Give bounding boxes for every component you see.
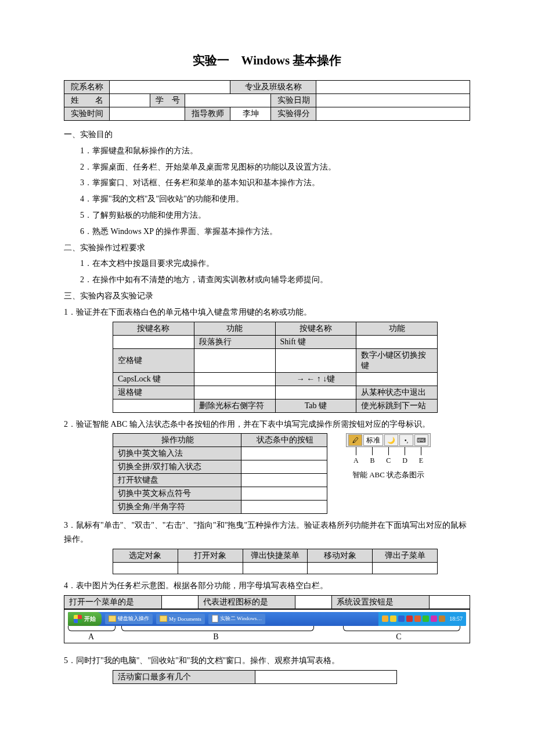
ime-moon-icon: 🌙 xyxy=(384,434,398,446)
abc-hdr: 操作功能 xyxy=(113,434,241,447)
abc-cell[interactable] xyxy=(241,460,327,474)
mouse-cell[interactable] xyxy=(113,562,178,574)
mouse-cell[interactable] xyxy=(373,562,438,574)
abc-cell[interactable] xyxy=(241,474,327,487)
mouse-cell[interactable] xyxy=(308,562,373,574)
kb-cell[interactable] xyxy=(194,348,275,372)
kb-cell: 使光标跳到下一站 xyxy=(356,399,438,412)
s1-item: 6．熟悉 Windows XP 的操作界面、掌握基本操作方法。 xyxy=(64,225,470,239)
page-title: 实验一 Windows 基本操作 xyxy=(64,52,470,69)
s1-item: 1．掌握键盘和鼠标操作的方法。 xyxy=(64,144,470,158)
s1-item: 5．了解剪贴板的功能和使用方法。 xyxy=(64,208,470,222)
kb-cell[interactable] xyxy=(113,399,194,412)
kb-cell[interactable] xyxy=(275,348,356,372)
mouse-hdr: 移动对象 xyxy=(308,549,373,562)
section-3-heading: 三、实验内容及实验记录 xyxy=(64,289,470,303)
section-2-heading: 二、实验操作过程要求 xyxy=(64,241,470,255)
kb-cell[interactable] xyxy=(275,386,356,399)
q5-label: 活动窗口最多有几个 xyxy=(113,670,255,683)
kb-hdr: 功能 xyxy=(356,322,438,335)
taskbar-item: 键盘输入操作 xyxy=(105,614,153,624)
q3-text: 3．鼠标有"单击"、"双击"、"右击"、"指向"和"拖曳"五种操作方法。验证表格… xyxy=(64,519,470,546)
abc-cell[interactable] xyxy=(241,487,327,501)
tick-a: A xyxy=(353,456,359,465)
kb-cell: 从某种状态中退出 xyxy=(356,386,438,399)
document-page: 实验一 Windows 基本操作 院系名称 专业及班级名称 姓 名 学 号 实验… xyxy=(0,0,534,756)
label-teacher: 指导教师 xyxy=(185,107,230,121)
q4-label: 代表进程图标的是 xyxy=(198,595,295,609)
field-date[interactable] xyxy=(316,94,470,107)
abc-cell: 打开软键盘 xyxy=(113,474,241,487)
mouse-hdr: 选定对象 xyxy=(113,549,178,562)
abc-hdr: 状态条中的按钮 xyxy=(241,434,327,447)
kb-cell[interactable] xyxy=(356,372,438,386)
taskbar-container: 开始 键盘输入操作 My Documents 实验二 Windows… 18:5… xyxy=(64,609,470,643)
kb-cell: 空格键 xyxy=(113,348,194,372)
q1-text: 1．验证并在下面表格白色的单元格中填入键盘常用键的名称或功能。 xyxy=(64,305,470,319)
q5-table: 活动窗口最多有几个 xyxy=(113,670,397,684)
taskbar-item: 实验二 Windows… xyxy=(208,614,265,624)
system-tray: 18:57 xyxy=(378,612,466,626)
kb-cell[interactable] xyxy=(194,372,275,386)
kb-cell: 退格键 xyxy=(113,386,194,399)
tray-icon xyxy=(398,615,405,622)
folder-icon xyxy=(109,615,116,622)
kb-cell: → ← ↑ ↓键 xyxy=(275,372,356,386)
abc-cell: 切换中英文标点符号 xyxy=(113,487,241,501)
q5-text: 5．同时打"我的电脑"、"回收站"和"我的文档"窗口。操作、观察并填写表格。 xyxy=(64,654,470,668)
label-time: 实验时间 xyxy=(64,107,110,121)
q4-cell[interactable] xyxy=(430,595,470,609)
keyboard-table: 按键名称 功能 按键名称 功能 段落换行Shift 键 空格键数字小键区切换按键… xyxy=(113,322,438,413)
abc-caption: 智能 ABC 状态条图示 xyxy=(339,470,438,480)
field-dept[interactable] xyxy=(110,81,230,94)
abc-cell[interactable] xyxy=(241,447,327,460)
kb-cell: Tab 键 xyxy=(275,399,356,412)
kb-cell[interactable] xyxy=(356,335,438,348)
mouse-cell[interactable] xyxy=(243,562,308,574)
taskbar-image: 开始 键盘输入操作 My Documents 实验二 Windows… 18:5… xyxy=(68,612,466,626)
taskbar-item: My Documents xyxy=(156,614,205,624)
label-b: B xyxy=(120,632,312,642)
s1-item: 3．掌握窗口、对话框、任务栏和菜单的基本知识和基本操作方法。 xyxy=(64,176,470,190)
field-class[interactable] xyxy=(316,81,470,94)
ime-punct-icon: •, xyxy=(399,434,413,446)
kb-hdr: 按键名称 xyxy=(113,322,194,335)
abc-figure: 🖊 标准 🌙 •, ⌨ A B C D E 智能 ABC 状态条图示 xyxy=(339,433,438,480)
q5-cell[interactable] xyxy=(255,670,397,683)
kb-hdr: 功能 xyxy=(194,322,275,335)
q4-cell[interactable] xyxy=(295,595,332,609)
abc-cell[interactable] xyxy=(241,501,327,514)
s1-item: 4．掌握"我的文档"及"回收站"的功能和使用。 xyxy=(64,192,470,206)
label-dept: 院系名称 xyxy=(64,81,110,94)
q4-table: 打开一个菜单的是 代表进程图标的是 系统设置按钮是 xyxy=(64,595,470,609)
mouse-hdr: 弹出快捷菜单 xyxy=(243,549,308,562)
tick-c: C xyxy=(386,456,391,465)
abc-cell: 切换全角/半角字符 xyxy=(113,501,241,514)
kb-cell[interactable] xyxy=(194,386,275,399)
tick-d: D xyxy=(402,456,407,465)
ime-icon: 🖊 xyxy=(348,434,362,446)
kb-cell: Shift 键 xyxy=(275,335,356,348)
field-time[interactable] xyxy=(110,107,185,121)
folder-icon xyxy=(160,615,167,622)
label-sid: 学 号 xyxy=(150,94,185,107)
ime-status-bar: 🖊 标准 🌙 •, ⌨ xyxy=(346,433,431,447)
q4-label: 打开一个菜单的是 xyxy=(64,595,162,609)
label-score: 实验得分 xyxy=(271,107,316,121)
tray-icon xyxy=(406,615,413,622)
field-sid[interactable] xyxy=(185,94,271,107)
tray-icon xyxy=(423,615,429,622)
label-class: 专业及班级名称 xyxy=(230,81,316,94)
field-name[interactable] xyxy=(110,94,150,107)
tray-icon xyxy=(414,615,421,622)
kb-cell: 删除光标右侧字符 xyxy=(194,399,275,412)
ime-keyboard-icon: ⌨ xyxy=(414,434,428,446)
q4-cell[interactable] xyxy=(161,595,198,609)
field-teacher: 李坤 xyxy=(230,107,271,121)
q4-text: 4．表中图片为任务栏示意图。根据各部分功能，用字母填写表格空白栏。 xyxy=(64,579,470,593)
kb-cell: CapsLock 键 xyxy=(113,372,194,386)
kb-cell[interactable] xyxy=(113,335,194,348)
tray-icon xyxy=(431,615,437,622)
field-score[interactable] xyxy=(316,107,470,121)
mouse-cell[interactable] xyxy=(178,562,243,574)
